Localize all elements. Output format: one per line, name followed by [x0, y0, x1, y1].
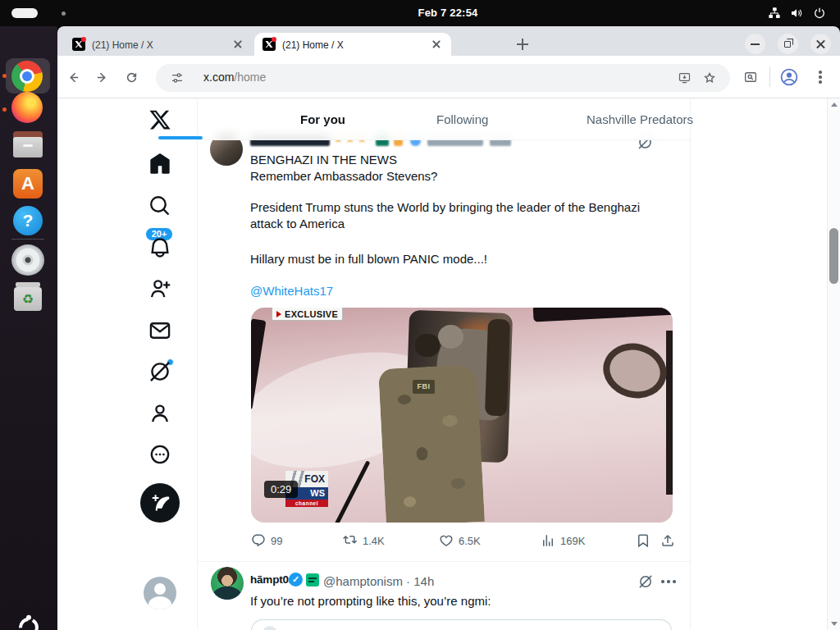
- page-content: 20+ For you Following Nashville Predator…: [57, 98, 840, 630]
- back-icon[interactable]: [66, 71, 80, 84]
- address-bar[interactable]: x.com/home: [156, 64, 730, 92]
- disk-icon[interactable]: [11, 244, 44, 276]
- window-close-button[interactable]: [810, 34, 831, 54]
- recycle-glyph: ♻: [14, 287, 42, 311]
- clock[interactable]: Feb 7 22:54: [28, 7, 840, 19]
- firefox-running-dot: [2, 107, 7, 112]
- folder-front: [13, 137, 43, 158]
- browser-menu-icon[interactable]: [819, 71, 822, 84]
- chrome-icon[interactable]: [11, 61, 43, 92]
- url-path: /home: [234, 71, 266, 84]
- tab-title: (21) Home / X: [92, 39, 223, 51]
- chrome-running-dot: [2, 74, 7, 78]
- network-icon[interactable]: [768, 7, 781, 20]
- window-restore-button[interactable]: [778, 34, 798, 54]
- search-tabs-icon[interactable]: [743, 70, 758, 84]
- ubuntu-logo-icon[interactable]: [15, 614, 43, 630]
- volume-icon[interactable]: [790, 7, 803, 20]
- site-settings-icon[interactable]: [171, 71, 184, 84]
- dock: A ? ♻: [0, 26, 57, 630]
- firefox-icon[interactable]: [11, 92, 43, 123]
- install-app-icon[interactable]: [678, 71, 692, 84]
- tab-nashville-predators[interactable]: Nashville Predators: [587, 112, 693, 126]
- help-icon[interactable]: ?: [13, 206, 43, 235]
- forward-icon[interactable]: [95, 71, 109, 84]
- files-icon[interactable]: [13, 131, 43, 158]
- profile-avatar-icon[interactable]: [779, 67, 799, 87]
- ubuntu-software-icon[interactable]: A: [13, 169, 43, 199]
- browser-tab-2-active[interactable]: (21) Home / X: [254, 33, 451, 56]
- url-text[interactable]: x.com/home: [203, 71, 266, 84]
- folder-dash: [23, 144, 33, 147]
- system-top-bar: Feb 7 22:54: [0, 0, 840, 26]
- tab-following[interactable]: Following: [436, 112, 488, 126]
- browser-toolbar: x.com/home: [57, 56, 840, 98]
- x-favicon: [262, 38, 276, 51]
- x-favicon: [72, 38, 85, 51]
- tab-title: (21) Home / X: [282, 39, 422, 51]
- reload-icon[interactable]: [125, 71, 139, 84]
- dock-divider: [11, 239, 44, 240]
- active-tab-underline: [158, 136, 203, 139]
- new-tab-button[interactable]: [517, 39, 528, 50]
- power-icon[interactable]: [813, 7, 826, 20]
- notification-dot: [81, 37, 86, 42]
- trash-icon[interactable]: ♻: [13, 282, 43, 312]
- timeline-header: For you Following Nashville Predators: [198, 98, 690, 140]
- tab-close-icon[interactable]: [233, 39, 243, 49]
- url-host: x.com: [203, 71, 234, 84]
- tab-close-icon[interactable]: [431, 39, 441, 49]
- bookmark-star-icon[interactable]: [702, 71, 717, 85]
- toolbar-divider: [769, 67, 770, 87]
- tab-strip: (21) Home / X (21) Home / X: [57, 26, 840, 56]
- window-minimize-button[interactable]: [745, 34, 765, 54]
- tab-for-you[interactable]: For you: [300, 112, 345, 126]
- notification-dot: [272, 37, 276, 42]
- browser-tab-1[interactable]: (21) Home / X: [64, 33, 251, 56]
- tweet1-header-clipped: ★★★: [57, 98, 840, 630]
